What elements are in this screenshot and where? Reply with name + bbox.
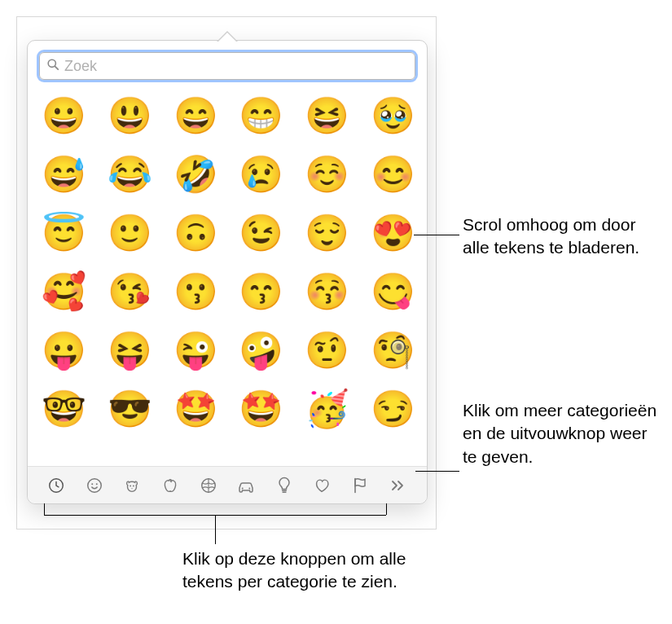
callout-bracket [215, 515, 216, 544]
emoji-cell[interactable]: 😍 [371, 212, 413, 254]
category-smileys-button[interactable] [80, 471, 109, 500]
search-icon [46, 58, 59, 74]
emoji-cell[interactable]: 🤣 [173, 153, 216, 196]
emoji-cell[interactable]: 😆 [305, 94, 347, 137]
emoji-cell[interactable]: 🤪 [239, 329, 281, 371]
callout-line [415, 471, 459, 472]
emoji-cell[interactable]: 🥳 [305, 388, 347, 430]
svg-line-1 [55, 66, 58, 69]
category-animals-button[interactable] [117, 471, 147, 500]
emoji-cell[interactable]: 😢 [239, 153, 281, 196]
svg-point-4 [91, 483, 93, 485]
emoji-cell[interactable]: ☺️ [305, 153, 347, 196]
emoji-cell[interactable]: 🧐 [371, 329, 413, 371]
svg-point-10 [249, 487, 251, 489]
category-food-button[interactable] [156, 471, 185, 500]
emoji-cell[interactable]: 🙃 [173, 212, 216, 254]
emoji-cell[interactable]: 😀 [42, 94, 84, 137]
callout-bracket [386, 503, 387, 515]
emoji-cell[interactable]: 🥰 [42, 270, 84, 313]
screenshot-frame: 😀😃😄😁😆🥹😅😂🤣😢☺️😊😇🙂🙃😉😌😍🥰😘😗😙😚😋😛😝😜🤪🤨🧐🤓😎🤩🤩🥳😏 [16, 16, 437, 530]
callout-categories-text: Klik op deze knoppen om alle tekens per … [182, 547, 443, 594]
more-categories-button[interactable] [384, 471, 413, 500]
category-bar [28, 466, 427, 503]
search-field[interactable] [39, 52, 415, 80]
emoji-scroll-area[interactable]: 😀😃😄😁😆🥹😅😂🤣😢☺️😊😇🙂🙃😉😌😍🥰😘😗😙😚😋😛😝😜🤪🤨🧐🤓😎🤩🤩🥳😏 [28, 88, 427, 430]
category-travel-button[interactable] [231, 471, 261, 500]
category-flags-button[interactable] [345, 471, 375, 500]
category-symbols-button[interactable] [307, 471, 336, 500]
search-container [28, 41, 427, 88]
emoji-cell[interactable]: 🙂 [108, 212, 150, 254]
callout-line [414, 235, 459, 235]
emoji-grid: 😀😃😄😁😆🥹😅😂🤣😢☺️😊😇🙂🙃😉😌😍🥰😘😗😙😚😋😛😝😜🤪🤨🧐🤓😎🤩🤩🥳😏 [41, 94, 414, 430]
svg-point-3 [88, 478, 102, 492]
character-viewer-popover: 😀😃😄😁😆🥹😅😂🤣😢☺️😊😇🙂🙃😉😌😍🥰😘😗😙😚😋😛😝😜🤪🤨🧐🤓😎🤩🤩🥳😏 [27, 40, 428, 504]
svg-point-7 [133, 485, 134, 486]
emoji-cell[interactable]: 😗 [173, 270, 216, 313]
emoji-cell[interactable]: 😄 [173, 94, 216, 137]
emoji-cell[interactable]: 😏 [371, 388, 413, 430]
svg-point-9 [242, 487, 244, 489]
category-objects-button[interactable] [270, 471, 299, 500]
emoji-cell[interactable]: 😙 [239, 270, 281, 313]
emoji-cell[interactable]: 🤩 [173, 388, 216, 430]
callout-more-text: Klik om meer categorieën en de uitvouwkn… [463, 399, 658, 468]
emoji-cell[interactable]: 😇 [42, 212, 84, 254]
emoji-cell[interactable]: 🥹 [371, 94, 413, 137]
emoji-cell[interactable]: 😌 [305, 212, 347, 254]
emoji-cell[interactable]: 😊 [371, 153, 413, 196]
category-recent-button[interactable] [42, 471, 71, 500]
emoji-cell[interactable]: 😉 [239, 212, 281, 254]
emoji-cell[interactable]: 😂 [108, 153, 150, 196]
category-activity-button[interactable] [194, 471, 223, 500]
emoji-cell[interactable]: 😚 [305, 270, 347, 313]
search-input[interactable] [64, 58, 408, 75]
svg-point-5 [96, 483, 98, 485]
emoji-cell[interactable]: 😃 [108, 94, 150, 137]
emoji-cell[interactable]: 😝 [108, 329, 150, 371]
emoji-cell[interactable]: 😜 [173, 329, 216, 371]
emoji-cell[interactable]: 😅 [42, 153, 84, 196]
emoji-cell[interactable]: 🤓 [42, 388, 84, 430]
emoji-cell[interactable]: 😋 [371, 270, 413, 313]
callout-bracket [44, 503, 45, 515]
emoji-cell[interactable]: 😎 [108, 388, 150, 430]
emoji-cell[interactable]: 🤩 [239, 388, 281, 430]
emoji-cell[interactable]: 😘 [108, 270, 150, 313]
callout-scroll-text: Scrol omhoog om door alle tekens te blad… [463, 213, 658, 260]
emoji-cell[interactable]: 🤨 [305, 329, 347, 371]
emoji-cell[interactable]: 😁 [239, 94, 281, 137]
emoji-cell[interactable]: 😛 [42, 329, 84, 371]
svg-point-6 [130, 485, 132, 486]
